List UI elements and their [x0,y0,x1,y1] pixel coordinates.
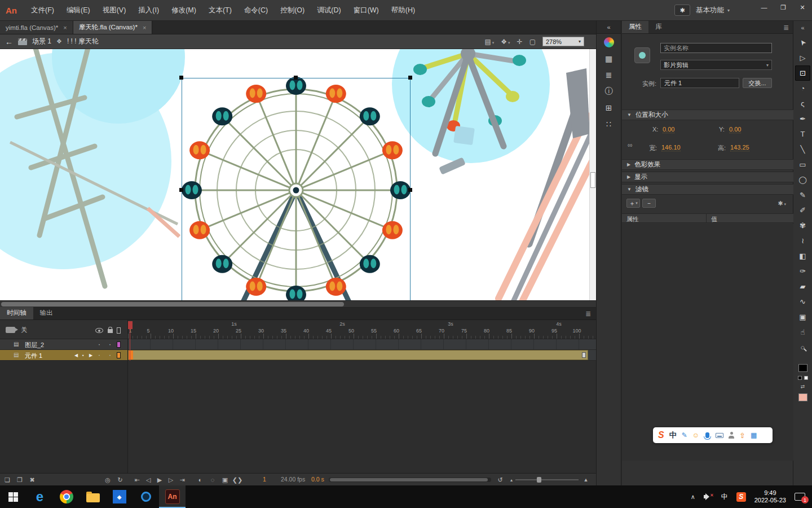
menu-item-10[interactable]: 窗口(W) [347,6,385,15]
taskbar-animate[interactable]: An [159,485,186,508]
edit-symbol-button[interactable]: ❖ [501,38,510,46]
swap-button[interactable]: 交换... [743,78,772,88]
stroke-color-swatch[interactable] [798,364,807,372]
instance-symbol-button[interactable]: 元件 1 [660,78,739,88]
vertical-scroll-thumb[interactable] [590,172,595,188]
first-frame-button[interactable]: ⇤ [132,474,142,486]
prev-frame-button[interactable]: ◁ [143,474,153,486]
tab-properties[interactable]: 属性 [622,20,648,33]
timeline-scrollbar[interactable] [329,478,491,482]
ime-indicator[interactable]: 中 [721,492,728,502]
transform-panel-icon[interactable]: ⊞ [597,99,621,116]
layer-lock-toggle[interactable]: · [109,351,111,359]
ime-mode-toggle[interactable]: 中 [669,430,677,440]
selection-handle-top-left[interactable] [179,76,183,80]
menu-item-11[interactable]: 帮助(H) [385,6,421,15]
layer-outline-color[interactable] [117,352,121,358]
delete-layer-button[interactable]: ✖ [27,474,37,486]
layer-visibility-toggle[interactable]: · [98,340,100,348]
layer-row-yuanjian1[interactable]: ▤ 元件 1 ◀ ▪ ▶ · · [0,350,127,361]
width-value[interactable]: 146.10 [661,144,681,151]
layer-outline-color[interactable] [117,341,121,348]
tween-span[interactable] [128,350,588,360]
center-frame-button[interactable]: ◎ [103,474,113,486]
onion-skin-icon[interactable]: ◐ [195,474,205,486]
stage-artwork[interactable] [0,49,596,300]
span-end-frame[interactable] [582,352,586,358]
selection-handle-middle-right[interactable] [408,188,412,192]
zoom-tool[interactable]: ○ [795,340,810,355]
sogou-tray-icon[interactable]: S [736,492,746,502]
menu-item-5[interactable]: 修改(M) [165,6,202,15]
hidden-icons-chevron[interactable]: ∧ [691,493,695,501]
symbol-type-select[interactable]: 影片剪辑 [660,60,772,70]
menu-item-1[interactable]: 文件(F) [25,6,60,15]
paint-bucket-tool[interactable]: ◧ [795,248,810,264]
keyboard-icon[interactable] [716,433,723,438]
subselection-tool[interactable]: ▷ [795,50,810,65]
back-arrow-icon[interactable]: ← [5,37,13,46]
account-icon[interactable] [729,432,734,439]
free-transform-tool[interactable]: ⊡ [795,65,810,81]
layer-row-tuceng2[interactable]: ▤ 图层_2 · · [0,339,127,350]
new-layer-button[interactable]: ❏ [2,474,12,486]
breadcrumb-symbol[interactable]: ! ! ! 摩天轮 [67,37,99,46]
layer-name[interactable]: 图层_2 [25,341,44,349]
section-color-effect[interactable]: ▶ 色彩效果 [622,159,793,170]
close-button[interactable]: ✕ [793,0,812,15]
taskbar-photos[interactable]: ◆ [106,485,133,508]
y-value[interactable]: 0.00 [729,126,741,133]
collapse-panels-icon[interactable]: « [597,21,621,34]
start-button[interactable] [0,485,27,508]
add-filter-button[interactable]: ＋ [626,199,640,208]
menu-item-3[interactable]: 视图(V) [96,6,133,15]
timeline-zoom-thumb[interactable] [537,477,541,483]
paint-brush-tool[interactable]: ✾ [795,218,810,233]
layer-name[interactable]: 元件 1 [25,352,42,360]
menu-item-4[interactable]: 插入(I) [132,6,165,15]
camera-tool[interactable]: ▣ [795,309,810,325]
close-icon[interactable]: × [143,24,146,31]
minimize-button[interactable]: — [754,0,774,15]
layer-visibility-toggle[interactable]: · [98,351,100,359]
playhead-marker[interactable] [128,321,133,329]
new-folder-button[interactable]: ❐ [15,474,25,486]
last-frame-button[interactable]: ⇥ [177,474,187,486]
zoom-select[interactable]: 278% [542,37,584,46]
panel-menu-icon[interactable]: ≣ [585,310,591,318]
current-frame-indicator[interactable]: 1 [263,476,266,483]
fill-color-swatch[interactable] [798,393,807,401]
collapse-tools-icon[interactable]: « [801,21,804,34]
tab-library[interactable]: 库 [648,20,669,33]
clapperboard-icon[interactable] [18,38,27,45]
default-colors-button[interactable] [798,376,808,380]
selection-handle-top-middle[interactable] [294,76,298,80]
outline-icon[interactable] [117,327,121,334]
menu-item-6[interactable]: 文本(T) [202,6,238,15]
clock[interactable]: 9:49 2022-05-23 [754,489,786,505]
lasso-tool[interactable]: ς [795,96,810,111]
menu-item-2[interactable]: 编辑(E) [60,6,96,15]
color-panel-icon[interactable] [597,34,621,50]
taskbar-chrome[interactable] [53,485,80,508]
timeline-zoom-slider[interactable] [515,479,579,480]
selection-tool[interactable]: ➤ [795,35,810,50]
timeline-scroll-thumb[interactable] [330,478,488,481]
eyedropper-tool[interactable]: ✑ [795,264,810,279]
workspace-icon[interactable]: ✱ [674,5,690,16]
selection-handle-middle-left[interactable] [179,188,183,192]
swatches-panel-icon[interactable]: ▦ [597,50,621,67]
loop-button[interactable]: ↻ [115,474,125,486]
section-filters[interactable]: ▼ 滤镜 [622,184,793,195]
sogou-logo[interactable]: S [658,430,664,440]
filter-options-icon[interactable]: ✱ [778,200,786,207]
edit-multiple-frames-icon[interactable]: ▣ [220,474,230,486]
oval-tool[interactable]: ◯ [795,172,810,187]
handwriting-icon[interactable]: ✎ [682,431,687,439]
document-tab-motianlun[interactable]: 摩天轮.fla (Canvas)* × [73,21,153,34]
workspace-switcher[interactable]: 基本功能 [696,6,730,15]
modify-markers-icon[interactable]: ❮❯ [232,474,242,486]
frame-rate-indicator[interactable]: 24.00 fps [281,476,305,483]
menu-item-9[interactable]: 调试(D) [311,6,347,15]
notification-center-icon[interactable]: 1 [795,493,805,501]
